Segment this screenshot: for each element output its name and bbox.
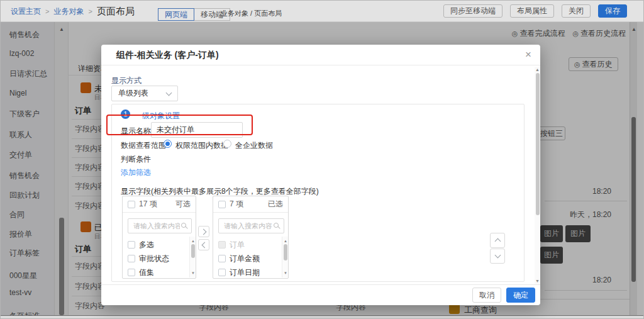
company-lookup-label: 工商查询	[464, 305, 497, 316]
modal-scrollbar-thumb[interactable]	[536, 73, 540, 215]
radio-permission-scope-label[interactable]: 权限范围内数据	[175, 140, 228, 151]
page-scrollbar-thumb[interactable]	[631, 117, 636, 282]
section-title: 一级对象设置	[135, 111, 180, 121]
level-one-settings-section: 1 一级对象设置 显示名称 数据查看范围 权限范围内数据 全企业数据 判断条件 …	[111, 104, 525, 282]
field-option-label: 订单	[230, 240, 245, 250]
sidebar-item[interactable]: lzq-002	[9, 49, 34, 58]
sidebar-item[interactable]: 销售机会	[9, 171, 40, 181]
selected-list-header: 7 项 已选	[213, 196, 288, 213]
field-checkbox[interactable]	[128, 255, 135, 262]
breadcrumb-business-objects[interactable]: 业务对象	[53, 6, 84, 17]
selected-fields-list: 7 项 已选 订单 订单金额	[213, 196, 289, 279]
display-mode-value: 单级列表	[118, 86, 148, 101]
select-all-checkbox[interactable]	[128, 201, 135, 208]
sidebar-item[interactable]: 下级客户	[9, 109, 40, 120]
move-down-button[interactable]	[490, 249, 505, 264]
display-name-input[interactable]	[151, 122, 243, 138]
chevron-left-icon	[201, 242, 208, 248]
tab-web[interactable]: 网页端	[158, 8, 194, 21]
select-all-checkbox[interactable]	[218, 201, 226, 208]
view-history-flow-label: 查看历史流程	[580, 28, 626, 39]
cancel-button[interactable]: 取消	[472, 288, 501, 303]
radio-all-company-label[interactable]: 全企业数据	[235, 140, 273, 151]
layout-properties-button[interactable]: 布局属性	[510, 4, 554, 18]
sidebar-item[interactable]: 订单标签	[9, 248, 40, 259]
field-option-label: 值集	[139, 267, 154, 278]
page-layout-editor: 设置主页 > 业务对象 > 页面布局 网页端 移动端 业务对象 / 页面布局 同…	[0, 0, 644, 319]
field-option[interactable]: 订单金额	[213, 252, 282, 266]
sidebar-item[interactable]: 销售机会	[9, 30, 40, 40]
chevron-down-icon	[166, 90, 172, 96]
close-button[interactable]: 关闭	[562, 4, 591, 18]
breadcrumb-settings-home[interactable]: 设置主页	[11, 6, 41, 17]
scroll-up-icon[interactable]: ▲	[59, 27, 64, 32]
list-scrollbar-thumb[interactable]	[284, 244, 287, 260]
sidebar-item[interactable]: 交付单	[9, 150, 32, 160]
close-icon[interactable]: ×	[525, 45, 531, 64]
available-search	[128, 218, 192, 233]
field-row: 字段内容	[75, 261, 105, 272]
sync-to-mobile-button[interactable]: 同步至移动端	[443, 4, 502, 18]
breadcrumb-separator: >	[45, 8, 49, 15]
sidebar-item[interactable]: 报价单	[9, 229, 32, 240]
field-row: 字段内容	[75, 124, 105, 135]
chevron-down-icon	[494, 252, 501, 259]
radio-permission-scope[interactable]	[164, 140, 172, 148]
scroll-up-icon[interactable]: ▲	[535, 67, 540, 72]
save-button[interactable]: 保存	[598, 4, 627, 18]
sidebar-item[interactable]: 合同	[9, 210, 25, 220]
sidebar-scrollbar-thumb[interactable]	[59, 218, 64, 315]
scroll-down-icon[interactable]: ▼	[191, 271, 195, 276]
sidebar-item[interactable]: Nigel	[9, 89, 26, 98]
view-complete-flow-link[interactable]: ◎ 查看完成流程	[512, 28, 565, 39]
image-chip[interactable]: 图片	[540, 225, 563, 242]
list-scrollbar: ▲ ▼	[282, 237, 288, 277]
list-scrollbar-thumb[interactable]	[191, 244, 195, 258]
sidebar-item[interactable]: 日请求汇总	[9, 69, 47, 79]
sidebar-item[interactable]: test-vv	[9, 288, 31, 297]
modal-footer: 取消 确定	[101, 284, 540, 305]
divider	[72, 276, 102, 277]
scroll-down-icon[interactable]: ▼	[535, 279, 540, 284]
scroll-up-icon[interactable]: ▲	[284, 238, 287, 243]
field-checkbox[interactable]	[128, 241, 135, 249]
display-name-label: 显示名称	[121, 126, 151, 137]
field-option[interactable]: 审批状态	[123, 252, 189, 266]
divider	[72, 256, 102, 257]
field-checkbox[interactable]	[218, 255, 226, 262]
view-history-flow-link[interactable]: ◎ 查看历史流程	[572, 28, 626, 39]
sidebar-item[interactable]: 回款计划	[9, 190, 40, 201]
view-history-button[interactable]: ◎ 查看历史	[569, 57, 618, 71]
page-scrollbar: ▲	[630, 22, 637, 315]
field-checkbox[interactable]	[128, 269, 135, 276]
image-chip[interactable]: 图片	[565, 225, 591, 242]
move-left-button[interactable]	[198, 239, 209, 250]
timestamp: 昨天，18:20	[570, 210, 611, 220]
scroll-down-icon[interactable]: ▼	[284, 271, 287, 276]
field-checkbox[interactable]	[218, 269, 226, 276]
display-mode-select[interactable]: 单级列表	[111, 86, 178, 101]
modal-header: 组件-相关业务 (客户-订单) ×	[101, 45, 540, 65]
field-option[interactable]: 多选	[123, 238, 189, 252]
confirm-button[interactable]: 确定	[506, 288, 535, 303]
available-fields-list: 17 项 可选 多选 审批状态	[122, 196, 196, 279]
field-option-label: 多选	[139, 240, 154, 250]
field-row: 字段内容	[75, 301, 105, 311]
divider	[72, 138, 102, 139]
page-title: 页面布局	[97, 6, 135, 18]
move-up-button[interactable]	[490, 233, 505, 248]
image-chip[interactable]: 图片	[540, 247, 563, 264]
timestamp: 18:20	[592, 187, 611, 196]
scroll-up-icon[interactable]: ▲	[191, 238, 195, 243]
sidebar-item[interactable]: 000星星	[9, 271, 37, 281]
button-three[interactable]: 按钮三	[538, 126, 565, 140]
platform-tab-group: 网页端 移动端	[158, 8, 230, 21]
field-option[interactable]: 值集	[123, 266, 189, 279]
sidebar-item[interactable]: 联系人	[9, 130, 32, 140]
add-filter-link[interactable]: 添加筛选	[121, 167, 151, 178]
radio-all-company[interactable]	[223, 140, 231, 148]
move-right-button[interactable]	[198, 226, 209, 237]
field-option-label: 订单日期	[230, 267, 260, 278]
scroll-up-icon[interactable]: ▲	[631, 27, 636, 32]
field-option[interactable]: 订单日期	[213, 266, 282, 279]
